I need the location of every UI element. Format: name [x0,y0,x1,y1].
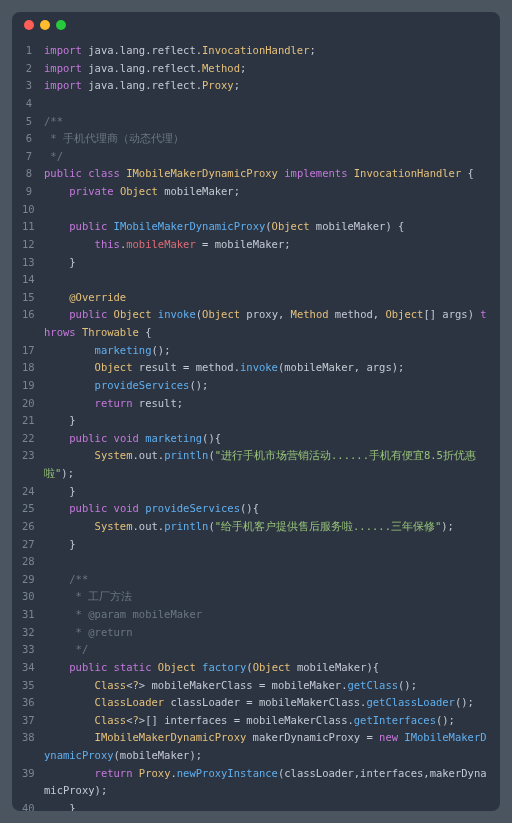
line-content: public IMobileMakerDynamicProxy(Object m… [44,218,490,236]
code-line: 24 } [22,483,490,501]
line-content: */ [44,641,490,659]
code-line: 9 private Object mobileMaker; [22,183,490,201]
line-number: 4 [22,95,44,113]
line-number: 3 [22,77,44,95]
line-content: this.mobileMaker = mobileMaker; [44,236,490,254]
line-number: 12 [22,236,44,254]
window-titlebar [12,12,500,38]
code-line: 22 public void marketing(){ [22,430,490,448]
code-line: 14 [22,271,490,289]
code-line: 8public class IMobileMakerDynamicProxy i… [22,165,490,183]
code-line: 36 ClassLoader classLoader = mobileMaker… [22,694,490,712]
code-line: 6 * 手机代理商（动态代理） [22,130,490,148]
code-line: 33 */ [22,641,490,659]
line-number: 13 [22,254,44,272]
code-line: 26 System.out.println("给手机客户提供售后服务啦.....… [22,518,490,536]
code-line: 40 } [22,800,490,811]
line-number: 2 [22,60,44,78]
line-number: 20 [22,395,44,413]
line-number: 24 [22,483,44,501]
editor-window: 1import java.lang.reflect.InvocationHand… [12,12,500,811]
line-content: /** [44,571,490,589]
code-editor[interactable]: 1import java.lang.reflect.InvocationHand… [12,38,500,811]
code-line: 35 Class<?> mobileMakerClass = mobileMak… [22,677,490,695]
code-line: 18 Object result = method.invoke(mobileM… [22,359,490,377]
line-content: } [44,800,490,811]
line-number: 19 [22,377,44,395]
code-line: 34 public static Object factory(Object m… [22,659,490,677]
line-content: public Object invoke(Object proxy, Metho… [44,306,490,341]
code-line: 11 public IMobileMakerDynamicProxy(Objec… [22,218,490,236]
code-line: 31 * @param mobileMaker [22,606,490,624]
code-line: 38 IMobileMakerDynamicProxy makerDynamic… [22,729,490,764]
code-line: 27 } [22,536,490,554]
line-number: 40 [22,800,44,811]
line-content: return result; [44,395,490,413]
code-line: 3import java.lang.reflect.Proxy; [22,77,490,95]
line-number: 22 [22,430,44,448]
line-number: 27 [22,536,44,554]
close-icon[interactable] [24,20,34,30]
minimize-icon[interactable] [40,20,50,30]
code-line: 2import java.lang.reflect.Method; [22,60,490,78]
line-content: System.out.println("给手机客户提供售后服务啦......三年… [44,518,490,536]
code-line: 5/** [22,113,490,131]
line-number: 34 [22,659,44,677]
code-line: 28 [22,553,490,571]
line-content: public void marketing(){ [44,430,490,448]
code-line: 15 @Override [22,289,490,307]
code-line: 37 Class<?>[] interfaces = mobileMakerCl… [22,712,490,730]
code-line: 21 } [22,412,490,430]
line-content: * @return [44,624,490,642]
maximize-icon[interactable] [56,20,66,30]
line-number: 29 [22,571,44,589]
line-number: 36 [22,694,44,712]
line-content: * @param mobileMaker [44,606,490,624]
line-content: public class IMobileMakerDynamicProxy im… [44,165,490,183]
line-content: } [44,254,490,272]
line-number: 11 [22,218,44,236]
line-content: Class<?>[] interfaces = mobileMakerClass… [44,712,490,730]
line-content: import java.lang.reflect.Proxy; [44,77,490,95]
code-line: 12 this.mobileMaker = mobileMaker; [22,236,490,254]
code-line: 32 * @return [22,624,490,642]
line-number: 39 [22,765,44,800]
line-content: * 工厂方法 [44,588,490,606]
line-content: ClassLoader classLoader = mobileMakerCla… [44,694,490,712]
line-number: 26 [22,518,44,536]
line-content: return Proxy.newProxyInstance(classLoade… [44,765,490,800]
code-line: 39 return Proxy.newProxyInstance(classLo… [22,765,490,800]
line-number: 32 [22,624,44,642]
code-line: 30 * 工厂方法 [22,588,490,606]
line-content: import java.lang.reflect.InvocationHandl… [44,42,490,60]
line-content: public static Object factory(Object mobi… [44,659,490,677]
line-number: 9 [22,183,44,201]
line-number: 31 [22,606,44,624]
line-content [44,553,490,571]
line-content: IMobileMakerDynamicProxy makerDynamicPro… [44,729,490,764]
code-line: 20 return result; [22,395,490,413]
line-number: 17 [22,342,44,360]
line-content: Class<?> mobileMakerClass = mobileMaker.… [44,677,490,695]
code-line: 16 public Object invoke(Object proxy, Me… [22,306,490,341]
line-content: marketing(); [44,342,490,360]
line-content: } [44,412,490,430]
line-number: 10 [22,201,44,219]
line-content: } [44,483,490,501]
line-number: 25 [22,500,44,518]
code-line: 13 } [22,254,490,272]
code-line: 17 marketing(); [22,342,490,360]
line-number: 38 [22,729,44,764]
line-content: private Object mobileMaker; [44,183,490,201]
line-number: 18 [22,359,44,377]
line-content [44,95,490,113]
code-line: 1import java.lang.reflect.InvocationHand… [22,42,490,60]
line-content: } [44,536,490,554]
code-line: 29 /** [22,571,490,589]
line-content: */ [44,148,490,166]
line-number: 30 [22,588,44,606]
code-line: 7 */ [22,148,490,166]
line-content: Object result = method.invoke(mobileMake… [44,359,490,377]
line-number: 37 [22,712,44,730]
line-number: 1 [22,42,44,60]
